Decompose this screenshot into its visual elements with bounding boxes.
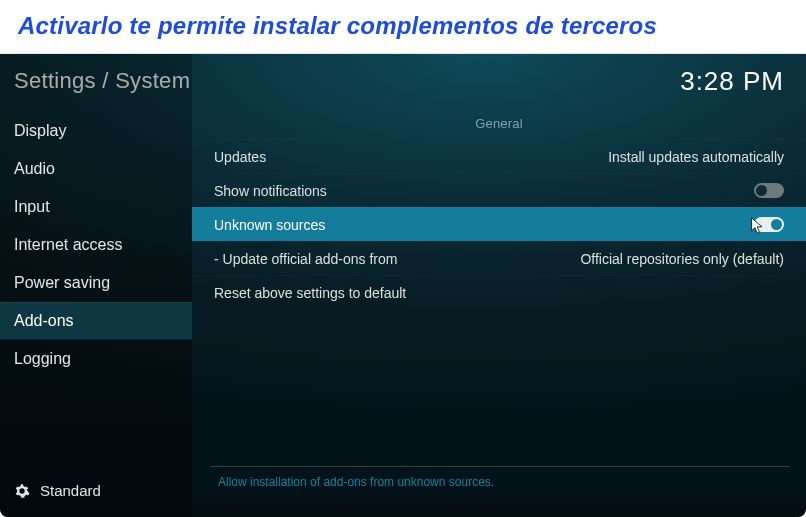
screenshot-frame: Activarlo te permite instalar complement…: [0, 0, 806, 517]
toggle-on-icon[interactable]: [754, 217, 784, 232]
annotation-caption: Activarlo te permite instalar complement…: [18, 12, 788, 40]
gear-icon: [14, 483, 30, 499]
setting-label: Updates: [214, 149, 266, 165]
sidebar-item-label: Input: [14, 198, 50, 216]
main-panel: General Updates Install updates automati…: [192, 54, 806, 517]
setting-value: Official repositories only (default): [580, 251, 784, 267]
setting-updates[interactable]: Updates Install updates automatically: [192, 139, 806, 173]
sidebar-item-add-ons[interactable]: Add-ons: [0, 302, 192, 340]
sidebar-item-label: Internet access: [14, 236, 123, 254]
sidebar-item-display[interactable]: Display: [0, 112, 192, 150]
sidebar-item-internet-access[interactable]: Internet access: [0, 226, 192, 264]
toggle-off-icon[interactable]: [754, 183, 784, 198]
sidebar-item-label: Audio: [14, 160, 55, 178]
sidebar-item-label: Display: [14, 122, 66, 140]
setting-label: Show notifications: [214, 183, 327, 199]
settings-level-button[interactable]: Standard: [0, 476, 192, 505]
sidebar-item-audio[interactable]: Audio: [0, 150, 192, 188]
kodi-settings-window: Settings / System 3:28 PM Display Audio …: [0, 54, 806, 517]
setting-label: - Update official add-ons from: [214, 251, 397, 267]
sidebar-item-label: Power saving: [14, 274, 110, 292]
footer-divider: [210, 466, 790, 467]
sidebar-item-power-saving[interactable]: Power saving: [0, 264, 192, 302]
sidebar: Display Audio Input Internet access Powe…: [0, 54, 192, 517]
footer-hint: Allow installation of add-ons from unkno…: [218, 475, 494, 489]
setting-reset-defaults[interactable]: Reset above settings to default: [192, 275, 806, 309]
setting-update-official-addons-from[interactable]: - Update official add-ons from Official …: [192, 241, 806, 275]
sidebar-item-label: Add-ons: [14, 312, 74, 330]
setting-value: Install updates automatically: [608, 149, 784, 165]
settings-level-label: Standard: [40, 482, 101, 499]
settings-rows: Updates Install updates automatically Sh…: [192, 139, 806, 309]
sidebar-item-label: Logging: [14, 350, 71, 368]
sidebar-item-logging[interactable]: Logging: [0, 340, 192, 378]
setting-label: Reset above settings to default: [214, 285, 406, 301]
setting-label: Unknown sources: [214, 217, 325, 233]
setting-show-notifications[interactable]: Show notifications: [192, 173, 806, 207]
annotation-caption-bar: Activarlo te permite instalar complement…: [0, 0, 806, 54]
sidebar-item-input[interactable]: Input: [0, 188, 192, 226]
setting-unknown-sources[interactable]: Unknown sources: [192, 207, 806, 241]
section-header-general: General: [192, 112, 806, 139]
